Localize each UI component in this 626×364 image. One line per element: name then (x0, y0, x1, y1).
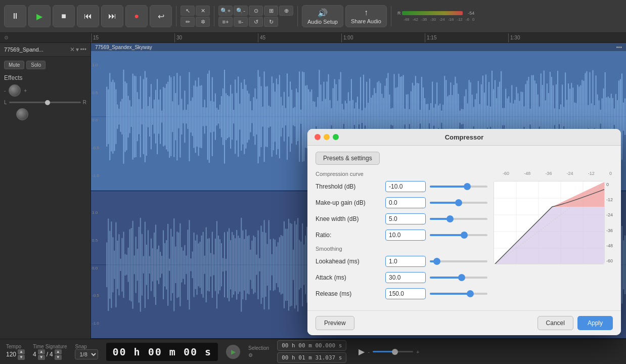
pan-slider[interactable] (9, 102, 81, 103)
settings-icon[interactable]: ⚙ (248, 352, 269, 358)
play-at-selection-button[interactable]: ▶ (226, 345, 240, 359)
speed-slider[interactable] (373, 351, 413, 352)
back-button[interactable]: ⏮ (77, 5, 99, 27)
time-sig-den-stepper[interactable]: ▲ ▼ (55, 349, 62, 360)
loop-button[interactable]: ↩ (150, 5, 172, 27)
snap-select[interactable]: 1/8 1/4 1/2 1 (75, 349, 98, 359)
ratio-slider[interactable] (430, 234, 487, 236)
release-input[interactable] (385, 288, 426, 299)
time-sig-num[interactable]: 4 (33, 351, 36, 358)
svg-rect-392 (180, 223, 181, 306)
time-sig-num-stepper[interactable]: ▲ ▼ (38, 349, 45, 360)
svg-rect-119 (285, 108, 286, 125)
svg-rect-165 (355, 103, 356, 131)
expand-icon[interactable]: ▾ (76, 46, 79, 53)
ratio-thumb[interactable] (461, 232, 468, 239)
tempo-down[interactable]: ▼ (18, 355, 25, 360)
knee-input[interactable] (385, 213, 426, 224)
attack-input[interactable] (385, 272, 426, 283)
threshold-thumb[interactable] (464, 183, 471, 190)
tsn-up[interactable]: ▲ (38, 349, 45, 354)
tempo-value[interactable]: 120 (6, 351, 16, 358)
cursor-tool[interactable]: ↖ (181, 6, 195, 16)
lookahead-slider[interactable] (430, 260, 487, 262)
edit-1[interactable]: ≡+ (218, 17, 233, 27)
makeup-slider[interactable] (430, 202, 487, 204)
play-button[interactable]: ▶ (28, 5, 51, 27)
ratio-input[interactable] (385, 230, 426, 241)
record-button[interactable]: ● (125, 5, 148, 27)
compressor-dialog[interactable]: Compressor Presets & settings Compressio… (307, 129, 621, 335)
tsn-down[interactable]: ▼ (38, 355, 45, 360)
more-icon[interactable]: ••• (80, 46, 86, 53)
makeup-input[interactable] (385, 197, 426, 208)
window-minimize-button[interactable] (324, 134, 330, 140)
zoom-out-button[interactable]: 🔍- (234, 6, 248, 16)
svg-rect-381 (163, 230, 164, 299)
attack-thumb[interactable] (458, 274, 465, 281)
pencil-tool[interactable]: ✏ (181, 17, 195, 27)
audio-setup-button[interactable]: 🔊 Audio Setup (302, 5, 343, 27)
threshold-label: Threshold (dB) (316, 183, 381, 190)
crosshair-tool[interactable]: ✕ (196, 6, 210, 16)
threshold-slider[interactable] (430, 186, 487, 188)
release-thumb[interactable] (467, 290, 474, 297)
zoom-sel-button[interactable]: ⊞ (264, 6, 278, 16)
selection-start[interactable]: 00 h 00 m 00.000 s (277, 340, 346, 351)
knee-slider[interactable] (430, 218, 487, 220)
tempo-up[interactable]: ▲ (18, 349, 25, 354)
lookahead-thumb[interactable] (433, 258, 440, 265)
svg-rect-453 (273, 239, 274, 291)
svg-rect-368 (143, 256, 144, 273)
tempo-stepper[interactable]: ▲ ▼ (18, 349, 25, 360)
svg-rect-384 (167, 223, 168, 305)
clip-menu[interactable]: ••• (616, 44, 622, 50)
solo-button[interactable]: Solo (26, 61, 46, 69)
window-maximize-button[interactable] (333, 134, 339, 140)
svg-rect-324 (599, 101, 600, 133)
zoom-fit-button[interactable]: ⊙ (249, 6, 263, 16)
pause-button[interactable]: ⏸ (4, 5, 26, 27)
svg-rect-354 (121, 238, 122, 291)
volume-knob[interactable] (9, 84, 21, 97)
svg-rect-72 (213, 102, 214, 131)
redo-button[interactable]: ↻ (264, 17, 278, 27)
preview-button[interactable]: Preview (316, 316, 354, 330)
close-icon[interactable]: ✕ (70, 46, 75, 53)
playback-speed-icon[interactable]: ▶ (359, 347, 365, 356)
mute-button[interactable]: Mute (4, 61, 24, 69)
edit-2[interactable]: ≡- (234, 17, 248, 27)
volume-knob-2[interactable] (16, 108, 28, 120)
time-sig-section: Time Signature 4 ▲ ▼ / 4 ▲ ▼ (33, 344, 67, 360)
release-slider[interactable] (430, 293, 487, 295)
attack-slider[interactable] (430, 277, 487, 279)
knee-thumb[interactable] (446, 215, 454, 222)
window-close-button[interactable] (315, 134, 321, 140)
zoom-in-button[interactable]: 🔍+ (218, 6, 233, 16)
tsd-up[interactable]: ▲ (55, 349, 62, 354)
makeup-thumb[interactable] (455, 199, 462, 206)
lookahead-input[interactable] (385, 256, 426, 267)
zoom-max-button[interactable]: ⊕ (279, 6, 293, 16)
forward-button[interactable]: ⏭ (101, 5, 123, 27)
tsd-down[interactable]: ▼ (55, 355, 62, 360)
star-tool[interactable]: ✲ (196, 17, 210, 27)
presets-tab[interactable]: Presets & settings (316, 152, 380, 165)
svg-rect-113 (276, 78, 277, 155)
svg-rect-109 (270, 107, 271, 126)
share-audio-button[interactable]: ↑ Share Audio (345, 5, 387, 27)
svg-rect-266 (510, 103, 511, 130)
cancel-button[interactable]: Cancel (538, 316, 573, 330)
svg-rect-159 (346, 103, 347, 130)
svg-rect-41 (166, 84, 167, 150)
apply-button[interactable]: Apply (577, 316, 613, 330)
undo-button[interactable]: ↺ (249, 17, 263, 27)
selection-end[interactable]: 00 h 01 m 31.037 s (277, 352, 346, 363)
stop-button[interactable]: ■ (53, 5, 75, 27)
threshold-input[interactable] (385, 181, 426, 192)
svg-rect-112 (275, 92, 276, 142)
svg-rect-95 (248, 94, 249, 140)
svg-rect-69 (209, 70, 210, 163)
time-sig-den[interactable]: 4 (50, 351, 53, 358)
svg-rect-416 (216, 221, 217, 308)
